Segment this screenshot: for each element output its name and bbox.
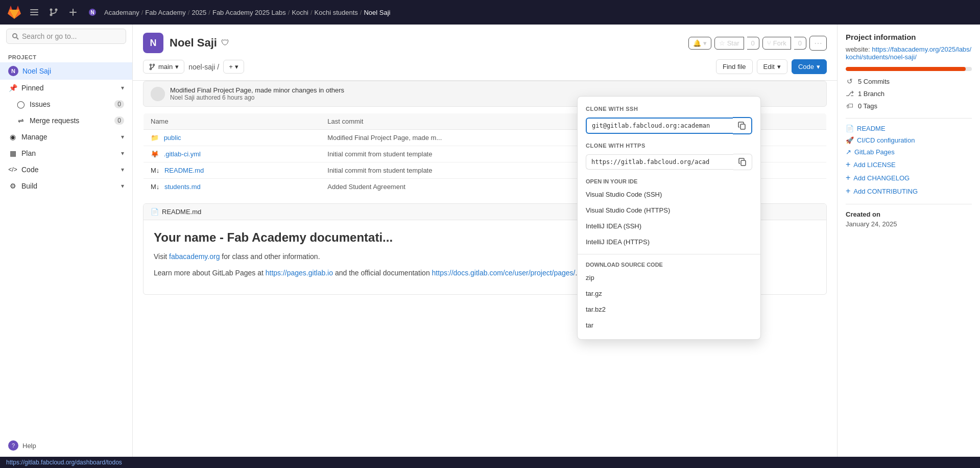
https-copy-button[interactable] [733, 154, 752, 170]
breadcrumb-labs[interactable]: Fab Academy 2025 Labs [212, 9, 286, 16]
star-count[interactable]: 0 [747, 37, 759, 50]
sidebar-item-pinned-label: Pinned [21, 84, 44, 92]
stat-commits[interactable]: ↺ 5 Commits [846, 77, 972, 85]
breadcrumb-kochi-students[interactable]: Kochi students [315, 9, 358, 16]
sidebar-item-manage[interactable]: ◉ Manage ▾ [0, 129, 132, 145]
ssh-clone-wrap [586, 117, 752, 134]
svg-rect-0 [30, 9, 38, 10]
code-icon: </> [8, 165, 17, 174]
plan-icon: ▦ [8, 149, 17, 158]
add-changelog-link[interactable]: + Add CHANGELOG [846, 173, 972, 182]
gitlab-pages-link-label: GitLab Pages [854, 148, 895, 156]
ide-option-item[interactable]: IntelliJ IDEA (HTTPS) [578, 234, 760, 250]
breadcrumb-fab-academy[interactable]: Fab Academy [145, 9, 186, 16]
gitlab-logo[interactable] [6, 4, 22, 20]
file-name[interactable]: students.md [164, 183, 201, 191]
file-type-icon: M↓ [151, 167, 159, 174]
ssh-clone-input[interactable] [586, 118, 733, 134]
status-bar: https://gitlab.fabcloud.org/dashboard/to… [0, 457, 980, 468]
open-ide-label: Open in your IDE [578, 175, 760, 186]
build-icon: ⚙ [8, 181, 17, 191]
sidebar-item-issues[interactable]: ◯ Issues 0 [0, 96, 132, 112]
fork-button[interactable]: ⑂ Fork [762, 37, 791, 50]
svg-text:N: N [90, 10, 94, 15]
cicd-link[interactable]: 🚀 CI/CD configuration [846, 136, 972, 144]
repo-toolbar: main ▾ noel-saji / + ▾ Find file Edit ▾ … [133, 53, 837, 81]
sidebar-item-pinned[interactable]: 📌 Pinned ▾ [0, 80, 132, 96]
fork-count[interactable]: 0 [794, 37, 806, 50]
merge-requests-nav-button[interactable] [46, 5, 61, 20]
readme-doc-icon: 📄 [151, 208, 159, 216]
stat-branch[interactable]: ⎇ 1 Branch [846, 89, 972, 98]
sidebar-item-build-label: Build [21, 182, 37, 190]
divider2 [846, 204, 972, 204]
status-url[interactable]: https://gitlab.fabcloud.org/dashboard/to… [6, 459, 122, 466]
breadcrumb-kochi[interactable]: Kochi [292, 9, 308, 16]
add-license-link[interactable]: + Add LICENSE [846, 160, 972, 169]
sidebar-help[interactable]: ? Help [0, 434, 132, 457]
breadcrumb-academany[interactable]: Academany [104, 9, 139, 16]
find-file-button[interactable]: Find file [716, 59, 753, 74]
issues-icon: ◯ [16, 100, 26, 109]
notification-button[interactable]: 🔔 ▾ [688, 37, 711, 50]
sidebar-item-project[interactable]: N Noel Saji [0, 62, 132, 80]
ssh-copy-button[interactable] [733, 117, 752, 134]
svg-point-13 [150, 64, 152, 65]
plus-nav-button[interactable] [65, 5, 81, 20]
file-name[interactable]: README.md [164, 167, 204, 174]
gitlab-pages-link-btn[interactable]: ↗ GitLab Pages [846, 148, 972, 156]
download-option-item[interactable]: tar.gz [578, 286, 760, 301]
project-header: N Noel Saji 🛡 🔔 ▾ ☆ Star 0 ⑂ Fork [133, 25, 837, 53]
activity-nav-button[interactable]: N [85, 5, 100, 20]
branch-name: main [158, 63, 173, 71]
readme-link[interactable]: 📄 README [846, 125, 972, 132]
more-options-button[interactable]: ⋯ [809, 36, 827, 51]
main-content: N Noel Saji 🛡 🔔 ▾ ☆ Star 0 ⑂ Fork [133, 25, 837, 457]
add-contributing-label: Add CONTRIBUTING [853, 188, 918, 195]
docs-link[interactable]: https://docs.gitlab.com/ce/user/project/… [432, 269, 576, 277]
ide-option-item[interactable]: Visual Studio Code (SSH) [578, 186, 760, 202]
add-contributing-link[interactable]: + Add CONTRIBUTING [846, 186, 972, 196]
sidebar-item-code[interactable]: </> Code ▾ [0, 161, 132, 178]
sidebar-toggle-button[interactable] [27, 5, 42, 20]
file-cell: M↓ README.md [144, 162, 321, 179]
file-type-icon: 🦊 [151, 150, 159, 158]
ide-options: Visual Studio Code (SSH)Visual Studio Co… [578, 186, 760, 250]
commits-icon: ↺ [846, 77, 854, 85]
star-button[interactable]: ☆ Star [714, 37, 744, 50]
download-option-item[interactable]: tar [578, 317, 760, 333]
file-name[interactable]: .gitlab-ci.yml [164, 150, 201, 158]
add-contributing-icon: + [846, 186, 850, 196]
ide-option-item[interactable]: Visual Studio Code (HTTPS) [578, 202, 760, 218]
download-option-item[interactable]: tar.bz2 [578, 301, 760, 317]
breadcrumb-current: Noel Saji [364, 9, 390, 16]
download-option-item[interactable]: zip [578, 270, 760, 286]
download-label: Download source code [578, 259, 760, 270]
add-changelog-label: Add CHANGELOG [853, 174, 910, 182]
add-chevron-icon: ▾ [235, 63, 238, 71]
branch-selector[interactable]: main ▾ [143, 60, 184, 74]
fabacademy-link[interactable]: fabacademy.org [169, 252, 220, 261]
svg-point-15 [153, 64, 155, 65]
tags-label: 0 Tags [858, 102, 877, 110]
search-placeholder: Search or go to... [22, 32, 77, 40]
progress-bar [846, 67, 972, 71]
stat-tags[interactable]: 🏷 0 Tags [846, 102, 972, 110]
help-avatar: ? [8, 440, 18, 451]
svg-rect-18 [740, 124, 745, 129]
https-clone-input[interactable] [586, 154, 733, 170]
sidebar-item-plan[interactable]: ▦ Plan ▾ [0, 145, 132, 161]
add-file-button[interactable]: + ▾ [223, 60, 244, 74]
fork-label: Fork [773, 39, 786, 47]
gitlab-pages-link[interactable]: https://pages.gitlab.io [266, 269, 333, 277]
file-name[interactable]: public [164, 134, 181, 142]
edit-button[interactable]: Edit ▾ [757, 59, 787, 74]
ide-option-item[interactable]: IntelliJ IDEA (SSH) [578, 218, 760, 234]
project-logo: N [143, 33, 163, 53]
search-input[interactable]: Search or go to... [6, 29, 126, 44]
code-button[interactable]: Code ▾ [792, 59, 827, 74]
breadcrumb-2025[interactable]: 2025 [192, 9, 206, 16]
svg-rect-19 [741, 160, 746, 166]
sidebar-item-merge-requests[interactable]: ⇌ Merge requests 0 [0, 112, 132, 129]
sidebar-item-build[interactable]: ⚙ Build ▾ [0, 178, 132, 194]
